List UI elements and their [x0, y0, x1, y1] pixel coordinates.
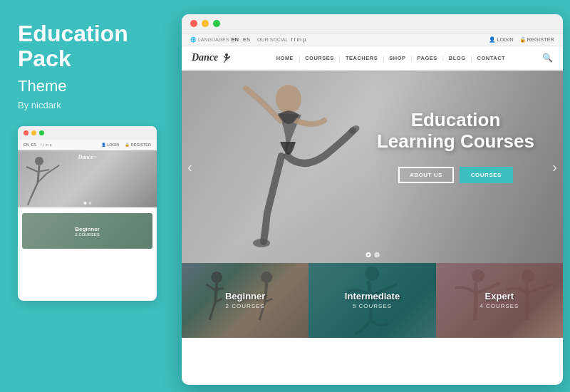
- hero-next-arrow[interactable]: ›: [552, 158, 557, 175]
- courses-button[interactable]: COURSES: [460, 167, 513, 183]
- nav-pages[interactable]: PAGES: [413, 55, 442, 61]
- beginner-overlay: Beginner 2 COURSES: [182, 263, 309, 338]
- product-title: Education Pack: [18, 21, 157, 71]
- svg-point-17: [253, 239, 270, 247]
- expert-count: 4 COURSES: [480, 303, 519, 309]
- svg-point-8: [225, 53, 228, 56]
- mini-hero: Dance~: [18, 150, 157, 207]
- mini-course-beginner: Beginner 2 COURSES: [22, 213, 152, 249]
- expert-overlay: Expert 4 COURSES: [436, 263, 563, 338]
- dancer-silhouette: [203, 78, 360, 263]
- browser-dot-yellow: [202, 20, 209, 27]
- mini-courses-section: Beginner 2 COURSES: [18, 207, 157, 252]
- mini-dot-yellow: [31, 130, 36, 135]
- hero-text-block: Education Learning Courses ABOUT US COUR…: [377, 110, 534, 183]
- course-card-beginner[interactable]: Beginner 2 COURSES: [182, 263, 309, 338]
- svg-line-12: [224, 56, 226, 58]
- nav-links: HOME | COURSES | TEACHERS | SHOP | PAGES…: [245, 55, 537, 61]
- mini-titlebar: [18, 126, 157, 140]
- intermediate-title: Intermediate: [345, 291, 400, 301]
- facebook-icon: f: [291, 36, 292, 43]
- utility-register-link[interactable]: 🔒 REGISTER: [519, 36, 554, 43]
- svg-point-15: [276, 85, 301, 113]
- logo-dancer-icon: [221, 53, 231, 64]
- svg-point-0: [35, 157, 43, 165]
- hero-buttons: ABOUT US COURSES: [377, 167, 534, 183]
- nav-shop[interactable]: SHOP: [384, 55, 410, 61]
- mini-social: f t in p: [41, 143, 51, 147]
- svg-line-2: [31, 182, 38, 198]
- mini-dot-red: [24, 130, 28, 135]
- nav-home[interactable]: HOME: [271, 55, 299, 61]
- slide-indicators: [366, 252, 379, 257]
- intermediate-overlay: Intermediate 5 COURSES: [309, 263, 435, 338]
- hero-prev-arrow[interactable]: ‹: [187, 158, 192, 175]
- course-card-expert[interactable]: Expert 4 COURSES: [436, 263, 563, 338]
- utility-login-link[interactable]: 👤 LOGIN: [489, 36, 513, 43]
- utility-language-label: 🌐 LANGUAGES: [190, 37, 229, 43]
- nav-search-icon[interactable]: 🔍: [542, 53, 553, 63]
- browser-titlebar: [182, 14, 563, 33]
- mini-beginner-label: Beginner: [75, 226, 100, 232]
- hero-title: Education Learning Courses: [377, 110, 534, 153]
- browser-dot-red: [190, 20, 197, 27]
- svg-line-1: [38, 165, 39, 182]
- hero-dancer: [203, 78, 360, 263]
- mini-slide-indicators: [83, 202, 91, 205]
- browser-dot-green: [213, 20, 220, 27]
- course-card-intermediate[interactable]: Intermediate 5 COURSES: [309, 263, 435, 338]
- nav-teachers[interactable]: TEACHERS: [341, 55, 383, 61]
- product-subtitle: Theme: [18, 77, 157, 96]
- svg-line-10: [224, 60, 226, 63]
- main-navigation: Dance HOME | COURSES | TEACHERS | SHOP |…: [182, 46, 563, 71]
- intermediate-count: 5 COURSES: [353, 303, 392, 309]
- main-browser: 🌐 LANGUAGES EN | ES OUR SOCIAL f t in p …: [182, 14, 563, 385]
- beginner-title: Beginner: [225, 291, 265, 301]
- slide-indicator-1[interactable]: [366, 252, 370, 257]
- left-panel: Education Pack Theme By nicdark EN ES f …: [0, 0, 175, 392]
- top-utility-bar: 🌐 LANGUAGES EN | ES OUR SOCIAL f t in p …: [182, 33, 563, 46]
- expert-title: Expert: [485, 291, 514, 301]
- hero-section: Education Learning Courses ABOUT US COUR…: [182, 71, 563, 263]
- author-credit: By nicdark: [18, 100, 157, 110]
- nav-contact[interactable]: CONTACT: [472, 55, 511, 61]
- utility-lang-es[interactable]: ES: [243, 36, 250, 43]
- mini-auth: 👤 LOGIN 🔒 REGISTER: [101, 143, 151, 147]
- nav-courses[interactable]: COURSES: [300, 55, 339, 61]
- linkedin-icon: in: [297, 36, 301, 43]
- utility-lang-en[interactable]: EN: [232, 36, 239, 43]
- about-us-button[interactable]: ABOUT US: [398, 167, 454, 183]
- twitter-icon: t: [294, 36, 295, 43]
- mini-indicator-1: [83, 202, 86, 205]
- mini-dot-green: [39, 130, 44, 135]
- mini-dancer-svg: [18, 154, 68, 207]
- mini-lang-links: EN ES: [24, 143, 36, 147]
- pinterest-icon: p: [303, 36, 306, 43]
- site-logo: Dance: [192, 52, 231, 64]
- mini-beginner-count: 2 COURSES: [75, 232, 100, 237]
- mini-browser-preview: EN ES f t in p 👤 LOGIN 🔒 REGISTER: [18, 126, 157, 301]
- mini-indicator-2: [88, 202, 91, 205]
- slide-indicator-2[interactable]: [374, 252, 379, 257]
- courses-row: Beginner 2 COURSES Intermediate 5 COURSE…: [182, 263, 563, 338]
- svg-line-6: [28, 198, 31, 205]
- mini-topbar: EN ES f t in p 👤 LOGIN 🔒 REGISTER: [18, 140, 157, 150]
- mini-logo: Dance~: [78, 154, 97, 160]
- beginner-count: 2 COURSES: [226, 303, 265, 309]
- svg-line-4: [26, 167, 38, 172]
- utility-social-label: OUR SOCIAL: [257, 37, 288, 42]
- nav-blog[interactable]: BLOG: [444, 55, 471, 61]
